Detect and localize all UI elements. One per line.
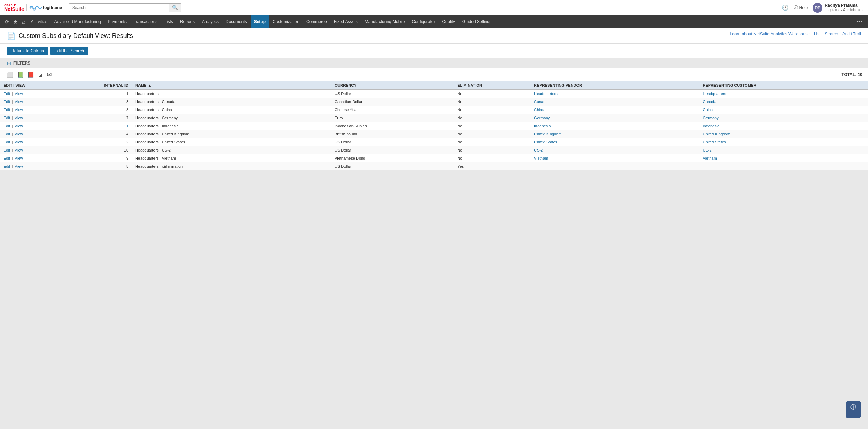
cell-currency: US Dollar [331,138,454,146]
print-icon[interactable]: 🖨 [37,71,44,79]
customer-link[interactable]: Canada [703,100,717,104]
vendor-link[interactable]: Indonesia [534,124,551,128]
table-row: Edit | View8Headquarters : ChinaChinese … [0,106,868,114]
view-link[interactable]: View [15,140,23,144]
more-icon[interactable]: ••• [854,19,865,25]
vendor-link[interactable]: Germany [534,116,550,120]
view-link[interactable]: View [15,164,23,168]
edit-link[interactable]: Edit [4,140,10,144]
view-link[interactable]: View [15,92,23,96]
customer-link[interactable]: US-2 [703,148,712,152]
nav-item-documents[interactable]: Documents [222,15,251,28]
copy-icon[interactable]: ⬜ [6,71,14,79]
nav-item-manufacturing-mobile[interactable]: Manufacturing Mobile [361,15,409,28]
nav-item-fixed-assets[interactable]: Fixed Assets [330,15,361,28]
view-link[interactable]: View [15,100,23,104]
vendor-link[interactable]: United States [534,140,557,144]
email-icon[interactable]: ✉ [46,71,52,79]
customer-link[interactable]: United States [703,140,726,144]
view-link[interactable]: View [15,108,23,112]
table-toolbar: ⬜ 📗 📕 🖨 ✉ TOTAL: 10 [0,68,868,81]
search-link[interactable]: Search [825,32,838,36]
audit-trail-link[interactable]: Audit Trail [842,32,861,36]
filters-plus-icon[interactable]: ⊞ [7,60,11,66]
vendor-link[interactable]: US-2 [534,148,543,152]
favorites-icon[interactable]: ★ [11,19,20,25]
edit-link[interactable]: Edit [4,148,10,152]
warehouse-link[interactable]: Learn about NetSuite Analytics Warehouse [730,32,810,36]
cell-customer: China [699,106,868,114]
list-link[interactable]: List [814,32,821,36]
return-to-criteria-button[interactable]: Return To Criteria [7,47,48,55]
customer-link[interactable]: United Kingdom [703,132,730,136]
nav-item-transactions[interactable]: Transactions [130,15,161,28]
col-header-vendor: REPRESENTING VENDOR [531,81,699,90]
cell-elimination: No [454,146,531,154]
search-bar[interactable]: 🔍 [69,3,181,12]
vendor-link[interactable]: China [534,108,544,112]
cell-internal-id: 8 [63,106,132,114]
cell-internal-id: 11 [63,122,132,130]
home-refresh-icon[interactable]: ⟳ [3,19,11,25]
view-link[interactable]: View [15,156,23,160]
customer-link[interactable]: Headquarters [703,92,726,96]
top-right-area: 🕐 ⓘ Help RP Raditya Pratama Logiframe - … [782,3,864,13]
nav-item-configurator[interactable]: Configurator [408,15,438,28]
edit-link[interactable]: Edit [4,156,10,160]
cell-internal-id: 10 [63,146,132,154]
customer-link[interactable]: Vietnam [703,156,717,160]
vendor-link[interactable]: Vietnam [534,156,548,160]
edit-link[interactable]: Edit [4,132,10,136]
search-button[interactable]: 🔍 [169,4,181,12]
nav-item-payments[interactable]: Payments [104,15,130,28]
customer-link[interactable]: China [703,108,713,112]
excel-icon[interactable]: 📗 [16,71,25,79]
col-header-elimination: ELIMINATION [454,81,531,90]
nav-item-commerce[interactable]: Commerce [303,15,330,28]
nav-item-reports[interactable]: Reports [177,15,198,28]
edit-link[interactable]: Edit [4,108,10,112]
id-link[interactable]: 11 [124,124,128,128]
edit-link[interactable]: Edit [4,100,10,104]
view-link[interactable]: View [15,124,23,128]
nav-item-setup[interactable]: Setup [251,15,269,28]
search-input[interactable] [69,4,169,12]
edit-link[interactable]: Edit [4,124,10,128]
vendor-link[interactable]: Canada [534,100,548,104]
nav-item-quality[interactable]: Quality [439,15,459,28]
nav-item-lists[interactable]: Lists [161,15,177,28]
edit-search-button[interactable]: Edit this Search [50,47,88,55]
nav-item-customization[interactable]: Customization [269,15,303,28]
table-row: Edit | View5Headquarters : xEliminationU… [0,162,868,170]
table-row: Edit | View1HeadquartersUS DollarNoHeadq… [0,90,868,98]
nav-item-advanced-manufacturing[interactable]: Advanced Manufacturing [51,15,104,28]
history-icon[interactable]: 🕐 [782,4,789,11]
view-link[interactable]: View [15,116,23,120]
edit-link[interactable]: Edit [4,116,10,120]
help-link[interactable]: ⓘ Help [794,5,808,11]
cell-customer: Canada [699,98,868,106]
nav-item-activities[interactable]: Activities [27,15,50,28]
netsuite-label: NetSuite [4,7,24,12]
edit-link[interactable]: Edit [4,164,10,168]
cell-internal-id: 4 [63,130,132,138]
customer-link[interactable]: Germany [703,116,719,120]
view-link[interactable]: View [15,132,23,136]
cell-name: Headquarters : Canada [132,98,331,106]
edit-link[interactable]: Edit [4,92,10,96]
view-link[interactable]: View [15,148,23,152]
cell-vendor: Germany [531,114,699,122]
pdf-icon[interactable]: 📕 [27,71,35,79]
cell-internal-id: 9 [63,154,132,162]
nav-item-analytics[interactable]: Analytics [198,15,222,28]
btn-area: Return To Criteria Edit this Search [0,44,868,58]
col-header-name: NAME ▲ [132,81,331,90]
nav-item-guided-selling[interactable]: Guided Selling [459,15,493,28]
cell-vendor: United States [531,138,699,146]
vendor-link[interactable]: Headquarters [534,92,558,96]
customer-link[interactable]: Indonesia [703,124,720,128]
vendor-link[interactable]: United Kingdom [534,132,561,136]
cell-name: Headquarters [132,90,331,98]
cell-internal-id: 5 [63,162,132,170]
home-icon[interactable]: ⌂ [20,19,27,25]
